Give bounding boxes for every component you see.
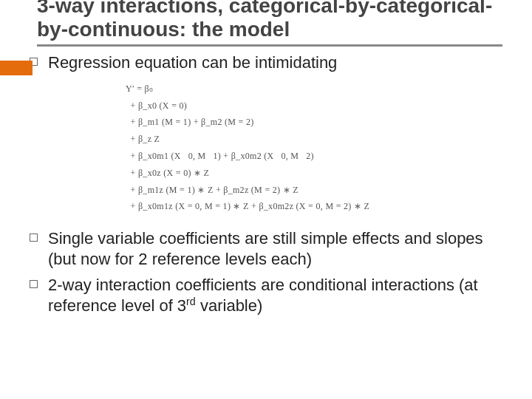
eq-line: + β_m1z (M = 1) ∗ Z + β_m2z (M = 2) ∗ Z [126, 182, 502, 199]
bullet-text-pre: 2-way interaction coefficients are condi… [48, 276, 478, 315]
bullet-item: 2-way interaction coefficients are condi… [30, 275, 502, 316]
slide-body: Regression equation can be intimidating … [37, 52, 502, 316]
regression-equation: Y′ = β₀ + β_x0 (X = 0) + β_m1 (M = 1) + … [126, 81, 502, 215]
eq-line: + β_x0 (X = 0) [126, 98, 502, 115]
slide: 3-way interactions, categorical-by-categ… [0, 0, 532, 393]
bullet-text: 2-way interaction coefficients are condi… [48, 275, 502, 316]
eq-line: + β_z Z [126, 131, 502, 148]
eq-line: + β_x0z (X = 0) ∗ Z [126, 165, 502, 182]
accent-bar [0, 61, 33, 75]
slide-title: 3-way interactions, categorical-by-categ… [37, 0, 502, 47]
bullet-item: Regression equation can be intimidating [30, 52, 502, 73]
eq-line: Y′ = β₀ [126, 81, 502, 98]
bullet-text: Regression equation can be intimidating [48, 52, 337, 73]
eq-line: + β_x0m1z (X = 0, M = 1) ∗ Z + β_x0m2z (… [126, 198, 502, 215]
eq-line: + β_m1 (M = 1) + β_m2 (M = 2) [126, 114, 502, 131]
bullet-text: Single variable coefficients are still s… [48, 228, 502, 269]
ordinal-suffix: rd [186, 296, 196, 307]
bullet-icon [30, 280, 38, 288]
bullet-icon [30, 233, 38, 242]
bullet-text-post: variable) [196, 296, 262, 315]
eq-line: + β_x0m1 (X 0, M 1) + β_x0m2 (X 0, M 2) [126, 148, 502, 165]
bullet-item: Single variable coefficients are still s… [30, 228, 502, 269]
